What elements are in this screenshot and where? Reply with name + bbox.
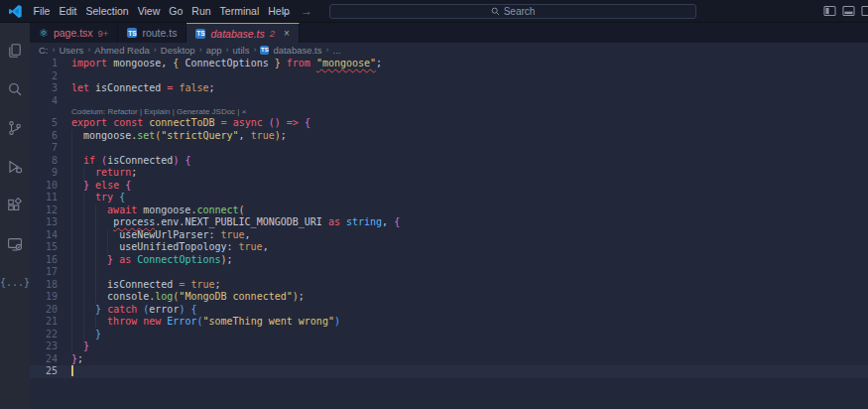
code-line: 22}	[30, 329, 868, 341]
line-number: 13	[30, 216, 58, 229]
back-button[interactable]: ←	[281, 4, 293, 18]
breadcrumb: C: › Users › Ahmed Reda › Desktop › app …	[30, 43, 868, 57]
code-line: 9return;	[30, 167, 868, 180]
line-number: 1	[30, 58, 58, 70]
indent-guide	[83, 266, 95, 279]
menu-terminal[interactable]: Terminal	[215, 0, 264, 22]
code-area[interactable]: 1import mongoose, { ConnectOptions } fro…	[30, 57, 868, 409]
search-input[interactable]: Search	[329, 4, 696, 19]
source-control-icon[interactable]	[0, 108, 30, 147]
tab-database-ts[interactable]: TS database.ts 2 ×	[186, 23, 299, 43]
codeium-braces-icon[interactable]: {...}	[0, 263, 30, 302]
indent-guide	[83, 316, 95, 329]
code-line: 12await mongoose.connect(	[30, 204, 868, 217]
menu-go[interactable]: Go	[165, 0, 187, 22]
code-line: 3let isConnected = false;	[30, 82, 868, 95]
code-line: 20} catch (error) {	[30, 304, 868, 317]
menu-edit[interactable]: Edit	[55, 0, 81, 22]
line-number: 18	[30, 279, 58, 292]
search-sidebar-icon[interactable]	[0, 69, 30, 108]
indent-guide	[83, 279, 95, 292]
indent-guide	[71, 192, 83, 204]
close-tab-icon[interactable]: ×	[284, 28, 290, 39]
indent-guide	[71, 316, 83, 329]
tab-bar: ⚛ page.tsx 9+ TS route.ts TS database.ts…	[30, 23, 868, 43]
code-line: 10} else {	[30, 180, 868, 193]
indent-guide	[83, 204, 95, 217]
indent-guide	[83, 192, 95, 204]
extensions-icon[interactable]	[0, 186, 30, 224]
line-number: 24	[30, 353, 58, 366]
indent-guide	[83, 254, 95, 267]
breadcrumb-drive[interactable]: C:	[39, 45, 49, 56]
indent-guide	[83, 304, 95, 317]
indent-guide	[71, 142, 83, 155]
tab-route-ts[interactable]: TS route.ts	[118, 23, 186, 43]
breadcrumb-app[interactable]: app	[206, 45, 222, 56]
indent-guide	[71, 304, 83, 317]
line-number: 3	[30, 82, 58, 95]
typescript-icon: TS	[260, 46, 269, 55]
line-number: 17	[30, 266, 58, 279]
indent-guide	[95, 229, 107, 242]
line-number: 6	[30, 130, 58, 143]
text-cursor	[71, 365, 73, 376]
indent-guide	[95, 254, 107, 267]
tab-problem-badge: 2	[270, 28, 275, 39]
breadcrumb-user[interactable]: Ahmed Reda	[94, 45, 149, 56]
search-icon	[491, 7, 500, 16]
tab-page-tsx[interactable]: ⚛ page.tsx 9+	[30, 23, 118, 43]
indent-guide	[71, 279, 83, 292]
breadcrumb-symbol[interactable]: ...	[333, 45, 341, 56]
indent-guide	[83, 329, 95, 341]
indent-guide	[83, 229, 95, 242]
toggle-secondary-sidebar-icon[interactable]	[861, 5, 868, 17]
code-line: 25	[30, 365, 868, 378]
indent-guide	[71, 341, 83, 353]
toggle-panel-icon[interactable]	[842, 5, 855, 17]
line-number: 25	[30, 365, 58, 378]
tab-problem-badge: 9+	[98, 28, 109, 39]
line-number: 8	[30, 155, 58, 168]
indent-guide	[95, 266, 107, 279]
code-line: 18isConnected = true;	[30, 279, 868, 292]
indent-guide	[83, 241, 95, 254]
breadcrumb-users[interactable]: Users	[60, 45, 84, 56]
breadcrumb-desktop[interactable]: Desktop	[161, 45, 195, 56]
indent-guide	[83, 216, 95, 229]
indent-guide	[95, 204, 107, 217]
menu-view[interactable]: View	[133, 0, 165, 22]
breadcrumb-utils[interactable]: utils	[232, 45, 249, 56]
activity-bar: {...}	[0, 23, 30, 409]
forward-button[interactable]: →	[301, 4, 312, 18]
toggle-sidebar-icon[interactable]	[823, 5, 836, 17]
line-number: 10	[30, 180, 58, 193]
line-number: 19	[30, 291, 58, 304]
indent-guide	[95, 291, 107, 304]
code-line: 11try {	[30, 192, 868, 204]
tab-label: database.ts	[210, 28, 264, 40]
remote-explorer-icon[interactable]	[0, 224, 30, 263]
line-number: 9	[30, 167, 58, 180]
line-number: 14	[30, 229, 58, 242]
codeium-codelens[interactable]: Codeium: Refactor | Explain | Generate J…	[30, 107, 868, 117]
code-line: 15useUnifiedTopology: true,	[30, 241, 868, 254]
indent-guide	[71, 204, 83, 217]
menu-selection[interactable]: Selection	[81, 0, 133, 22]
line-number: 15	[30, 241, 58, 254]
run-debug-icon[interactable]	[0, 147, 30, 186]
breadcrumb-file[interactable]: database.ts	[273, 45, 321, 56]
code-line: 5export const connectToDB = async () => …	[30, 117, 868, 130]
menu-run[interactable]: Run	[187, 0, 215, 22]
indent-guide	[71, 180, 83, 193]
indent-guide	[107, 241, 119, 254]
code-line: 8if (isConnected) {	[30, 155, 868, 168]
indent-guide	[71, 241, 83, 254]
indent-guide	[71, 216, 83, 229]
indent-guide	[95, 316, 107, 329]
code-line: 21throw new Error("someThing went wrong"…	[30, 316, 868, 329]
explorer-icon[interactable]	[0, 31, 30, 69]
search-placeholder: Search	[504, 6, 536, 17]
menu-file[interactable]: File	[29, 0, 55, 22]
line-number: 23	[30, 341, 58, 353]
